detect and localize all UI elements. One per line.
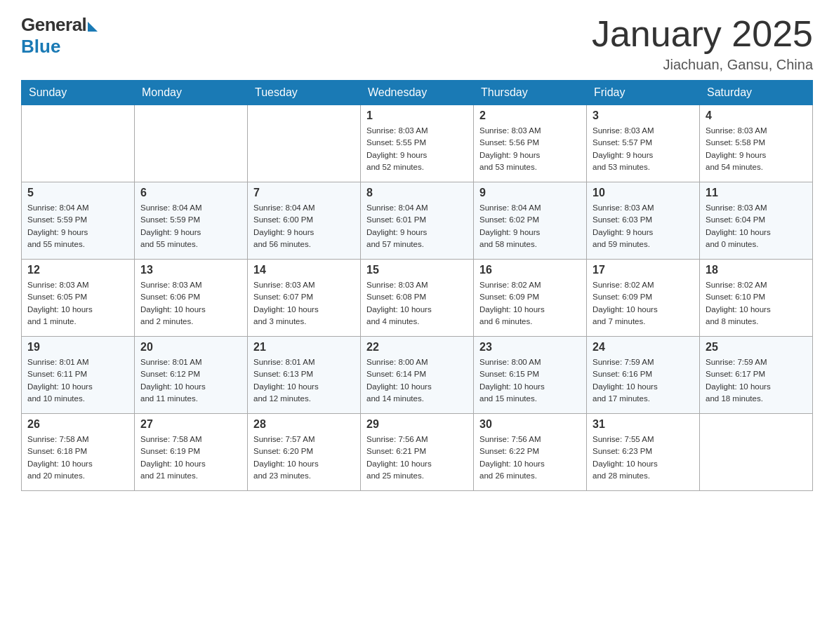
day-number: 27 [140, 418, 241, 431]
calendar-cell: 2Sunrise: 8:03 AM Sunset: 5:56 PM Daylig… [474, 105, 587, 182]
day-number: 19 [27, 341, 128, 354]
day-info: Sunrise: 8:03 AM Sunset: 5:58 PM Dayligh… [706, 125, 807, 173]
calendar-cell: 22Sunrise: 8:00 AM Sunset: 6:14 PM Dayli… [361, 337, 474, 414]
calendar-cell: 20Sunrise: 8:01 AM Sunset: 6:12 PM Dayli… [135, 337, 248, 414]
day-info: Sunrise: 8:03 AM Sunset: 6:04 PM Dayligh… [706, 202, 807, 250]
day-info: Sunrise: 7:58 AM Sunset: 6:19 PM Dayligh… [140, 434, 241, 482]
day-info: Sunrise: 8:04 AM Sunset: 6:02 PM Dayligh… [479, 202, 581, 250]
calendar-cell: 13Sunrise: 8:03 AM Sunset: 6:06 PM Dayli… [135, 260, 248, 337]
calendar-cell: 9Sunrise: 8:04 AM Sunset: 6:02 PM Daylig… [474, 182, 587, 260]
header-cell-thursday: Thursday [474, 81, 587, 105]
calendar-cell [22, 105, 135, 182]
calendar-table: SundayMondayTuesdayWednesdayThursdayFrid… [21, 80, 813, 491]
calendar-cell [700, 414, 813, 491]
day-info: Sunrise: 8:03 AM Sunset: 6:07 PM Dayligh… [253, 279, 355, 328]
calendar-cell: 28Sunrise: 7:57 AM Sunset: 6:20 PM Dayli… [248, 414, 361, 491]
calendar-cell: 16Sunrise: 8:02 AM Sunset: 6:09 PM Dayli… [474, 260, 587, 337]
day-info: Sunrise: 7:59 AM Sunset: 6:16 PM Dayligh… [593, 356, 694, 405]
day-number: 17 [593, 264, 694, 276]
day-number: 13 [140, 264, 241, 276]
day-info: Sunrise: 8:02 AM Sunset: 6:09 PM Dayligh… [593, 279, 694, 328]
day-number: 31 [593, 418, 694, 431]
day-info: Sunrise: 7:56 AM Sunset: 6:21 PM Dayligh… [366, 434, 468, 482]
day-number: 15 [366, 264, 468, 276]
day-info: Sunrise: 8:01 AM Sunset: 6:12 PM Dayligh… [140, 356, 241, 405]
day-info: Sunrise: 8:03 AM Sunset: 5:57 PM Dayligh… [593, 125, 694, 173]
day-info: Sunrise: 7:58 AM Sunset: 6:18 PM Dayligh… [27, 434, 128, 482]
calendar-week-row: 26Sunrise: 7:58 AM Sunset: 6:18 PM Dayli… [22, 414, 813, 491]
day-info: Sunrise: 8:04 AM Sunset: 6:01 PM Dayligh… [366, 202, 468, 250]
calendar-cell: 12Sunrise: 8:03 AM Sunset: 6:05 PM Dayli… [22, 260, 135, 337]
calendar-cell: 31Sunrise: 7:55 AM Sunset: 6:23 PM Dayli… [587, 414, 700, 491]
calendar-cell: 30Sunrise: 7:56 AM Sunset: 6:22 PM Dayli… [474, 414, 587, 491]
header-cell-wednesday: Wednesday [361, 81, 474, 105]
day-number: 2 [479, 109, 581, 122]
calendar-cell: 5Sunrise: 8:04 AM Sunset: 5:59 PM Daylig… [22, 182, 135, 260]
logo-general-text: General [21, 14, 86, 36]
calendar-cell: 25Sunrise: 7:59 AM Sunset: 6:17 PM Dayli… [700, 337, 813, 414]
header-cell-tuesday: Tuesday [248, 81, 361, 105]
calendar-cell: 10Sunrise: 8:03 AM Sunset: 6:03 PM Dayli… [587, 182, 700, 260]
day-number: 20 [140, 341, 241, 354]
location-title: Jiachuan, Gansu, China [592, 57, 813, 73]
day-number: 14 [253, 264, 355, 276]
day-number: 30 [479, 418, 581, 431]
calendar-cell: 6Sunrise: 8:04 AM Sunset: 5:59 PM Daylig… [135, 182, 248, 260]
day-number: 6 [140, 187, 241, 199]
day-number: 4 [706, 109, 807, 122]
day-number: 22 [366, 341, 468, 354]
day-info: Sunrise: 8:00 AM Sunset: 6:14 PM Dayligh… [366, 356, 468, 405]
day-number: 12 [27, 264, 128, 276]
logo-blue-text: Blue [21, 36, 60, 58]
logo-triangle-icon [88, 22, 98, 32]
day-number: 16 [479, 264, 581, 276]
day-number: 10 [593, 187, 694, 199]
day-number: 5 [27, 187, 128, 199]
calendar-cell: 11Sunrise: 8:03 AM Sunset: 6:04 PM Dayli… [700, 182, 813, 260]
header-cell-saturday: Saturday [700, 81, 813, 105]
day-number: 9 [479, 187, 581, 199]
calendar-cell: 26Sunrise: 7:58 AM Sunset: 6:18 PM Dayli… [22, 414, 135, 491]
day-info: Sunrise: 8:01 AM Sunset: 6:11 PM Dayligh… [27, 356, 128, 405]
calendar-cell: 19Sunrise: 8:01 AM Sunset: 6:11 PM Dayli… [22, 337, 135, 414]
day-info: Sunrise: 7:55 AM Sunset: 6:23 PM Dayligh… [593, 434, 694, 482]
day-info: Sunrise: 8:03 AM Sunset: 6:08 PM Dayligh… [366, 279, 468, 328]
day-info: Sunrise: 8:04 AM Sunset: 5:59 PM Dayligh… [140, 202, 241, 250]
header-cell-sunday: Sunday [22, 81, 135, 105]
title-block: January 2025 Jiachuan, Gansu, China [592, 14, 813, 73]
calendar-body: 1Sunrise: 8:03 AM Sunset: 5:55 PM Daylig… [22, 105, 813, 491]
calendar-week-row: 19Sunrise: 8:01 AM Sunset: 6:11 PM Dayli… [22, 337, 813, 414]
day-info: Sunrise: 8:02 AM Sunset: 6:09 PM Dayligh… [479, 279, 581, 328]
day-number: 7 [253, 187, 355, 199]
page-header: General Blue January 2025 Jiachuan, Gans… [21, 14, 813, 73]
calendar-cell: 7Sunrise: 8:04 AM Sunset: 6:00 PM Daylig… [248, 182, 361, 260]
day-info: Sunrise: 7:56 AM Sunset: 6:22 PM Dayligh… [479, 434, 581, 482]
day-number: 3 [593, 109, 694, 122]
calendar-cell: 8Sunrise: 8:04 AM Sunset: 6:01 PM Daylig… [361, 182, 474, 260]
day-number: 8 [366, 187, 468, 199]
day-info: Sunrise: 8:01 AM Sunset: 6:13 PM Dayligh… [253, 356, 355, 405]
calendar-week-row: 12Sunrise: 8:03 AM Sunset: 6:05 PM Dayli… [22, 260, 813, 337]
logo: General Blue [21, 14, 98, 58]
month-title: January 2025 [592, 14, 813, 54]
day-number: 21 [253, 341, 355, 354]
day-info: Sunrise: 7:59 AM Sunset: 6:17 PM Dayligh… [706, 356, 807, 405]
day-info: Sunrise: 7:57 AM Sunset: 6:20 PM Dayligh… [253, 434, 355, 482]
day-number: 11 [706, 187, 807, 199]
calendar-cell: 1Sunrise: 8:03 AM Sunset: 5:55 PM Daylig… [361, 105, 474, 182]
day-info: Sunrise: 8:00 AM Sunset: 6:15 PM Dayligh… [479, 356, 581, 405]
header-cell-friday: Friday [587, 81, 700, 105]
day-info: Sunrise: 8:03 AM Sunset: 6:05 PM Dayligh… [27, 279, 128, 328]
calendar-cell: 21Sunrise: 8:01 AM Sunset: 6:13 PM Dayli… [248, 337, 361, 414]
calendar-cell: 23Sunrise: 8:00 AM Sunset: 6:15 PM Dayli… [474, 337, 587, 414]
calendar-cell: 14Sunrise: 8:03 AM Sunset: 6:07 PM Dayli… [248, 260, 361, 337]
calendar-cell: 24Sunrise: 7:59 AM Sunset: 6:16 PM Dayli… [587, 337, 700, 414]
day-number: 18 [706, 264, 807, 276]
calendar-cell: 15Sunrise: 8:03 AM Sunset: 6:08 PM Dayli… [361, 260, 474, 337]
calendar-week-row: 5Sunrise: 8:04 AM Sunset: 5:59 PM Daylig… [22, 182, 813, 260]
day-number: 23 [479, 341, 581, 354]
day-number: 26 [27, 418, 128, 431]
calendar-cell: 18Sunrise: 8:02 AM Sunset: 6:10 PM Dayli… [700, 260, 813, 337]
calendar-cell: 29Sunrise: 7:56 AM Sunset: 6:21 PM Dayli… [361, 414, 474, 491]
calendar-header: SundayMondayTuesdayWednesdayThursdayFrid… [22, 81, 813, 105]
